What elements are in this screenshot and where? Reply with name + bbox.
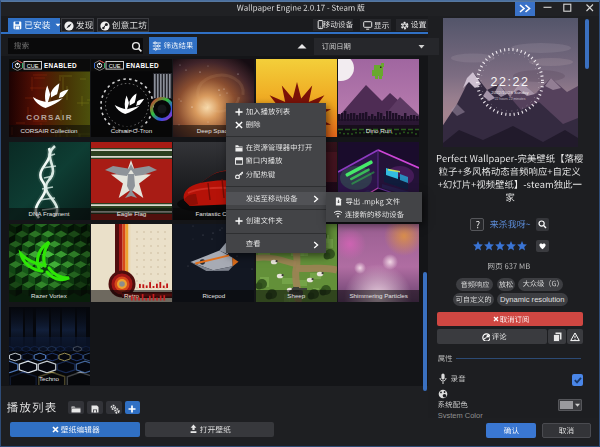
svg-text:ENABLED: ENABLED — [44, 62, 77, 69]
svg-text:CUE: CUE — [109, 63, 121, 69]
svg-text:2022/10/28 Sunday: 2022/10/28 Sunday — [491, 90, 529, 95]
svg-text:CUE: CUE — [26, 63, 38, 69]
svg-text:CORSAIR: CORSAIR — [26, 113, 73, 122]
svg-text:22 hours 22 minutes: 22 hours 22 minutes — [494, 97, 525, 101]
svg-text:22:22: 22:22 — [490, 75, 529, 89]
svg-text:ENABLED: ENABLED — [126, 62, 159, 69]
